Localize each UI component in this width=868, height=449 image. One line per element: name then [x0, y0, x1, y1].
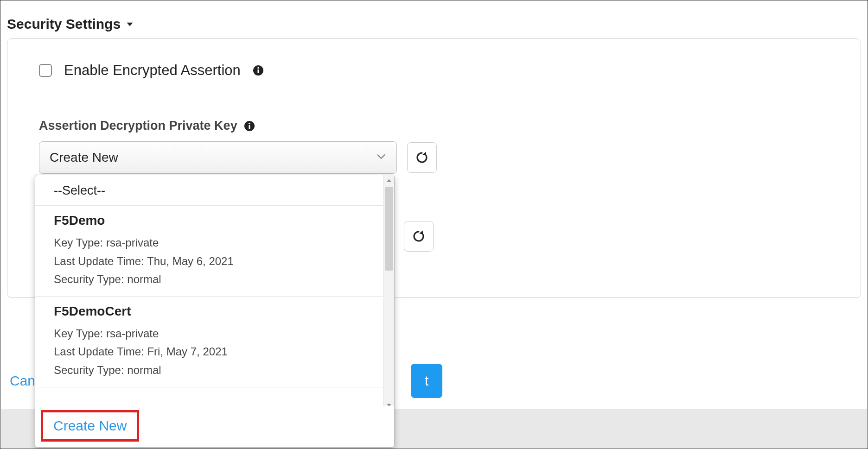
info-icon[interactable] [244, 120, 255, 132]
svg-rect-1 [257, 70, 259, 73]
section-header[interactable]: Security Settings [4, 11, 864, 37]
dropdown-scrollbar[interactable] [383, 175, 394, 406]
refresh-button[interactable] [404, 221, 434, 252]
svg-point-5 [249, 122, 250, 124]
create-new-button[interactable]: Create New [53, 418, 127, 434]
chevron-down-icon [376, 152, 386, 164]
dropdown-option[interactable]: F5DemoCert Key Type: rsa-private Last Up… [35, 297, 383, 387]
caret-down-icon [125, 19, 134, 29]
enable-encrypted-checkbox[interactable] [39, 64, 52, 77]
dropdown-option-select[interactable]: --Select-- [35, 175, 394, 206]
scroll-up-icon[interactable] [383, 175, 395, 186]
select-value: Create New [50, 150, 118, 165]
option-name: F5Demo [54, 213, 369, 228]
scroll-thumb[interactable] [385, 187, 393, 271]
create-new-highlight: Create New [41, 410, 139, 442]
option-name [54, 395, 369, 406]
private-key-select[interactable]: Create New [39, 141, 397, 174]
dropdown-option[interactable]: F5Demo Key Type: rsa-private Last Update… [35, 206, 383, 297]
private-key-dropdown: --Select-- F5Demo Key Type: rsa-private … [35, 175, 395, 448]
refresh-button[interactable] [407, 142, 437, 173]
dropdown-list: --Select-- F5Demo Key Type: rsa-private … [35, 175, 394, 406]
private-key-label: Assertion Decryption Private Key [39, 119, 237, 133]
scroll-down-icon[interactable] [383, 399, 395, 406]
info-icon[interactable] [253, 65, 264, 76]
dropdown-option[interactable] [35, 387, 383, 406]
option-meta: Key Type: rsa-private Last Update Time: … [54, 324, 369, 379]
svg-rect-4 [249, 125, 250, 129]
enable-encrypted-label: Enable Encrypted Assertion [64, 62, 241, 79]
dropdown-create-row: Create New [35, 406, 394, 447]
select-row: Create New [39, 141, 861, 174]
enable-encrypted-row: Enable Encrypted Assertion [39, 62, 861, 79]
svg-point-2 [257, 67, 259, 69]
option-meta: Key Type: rsa-private Last Update Time: … [54, 234, 369, 289]
field-label-row: Assertion Decryption Private Key [39, 119, 861, 133]
section-title-text: Security Settings [7, 16, 121, 32]
option-name: F5DemoCert [54, 304, 369, 319]
next-button[interactable]: t [411, 364, 442, 398]
cancel-button[interactable]: Can [10, 373, 35, 389]
